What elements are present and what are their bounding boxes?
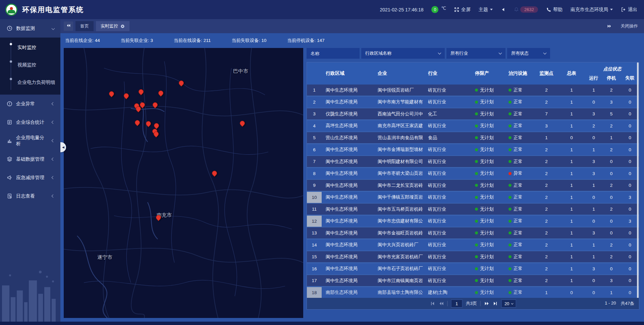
- cell-index: 17: [307, 275, 322, 286]
- table-row[interactable]: 14阆中生态环境局阆中大兴页岩机砖厂砖瓦行业无计划正常21120: [307, 239, 639, 251]
- cell-stop-limit: 无计划: [471, 204, 504, 215]
- table-row[interactable]: 2阆中生态环境局阆中市南方节能建材有砖瓦行业无计划正常21030: [307, 97, 639, 108]
- stop-limit-text: 无计划: [480, 266, 494, 272]
- table-row[interactable]: 10阆中生态环境局阆中千佛镇五郎垭页岩砖瓦行业无计划正常21003: [307, 192, 639, 203]
- table-row[interactable]: 6阆中生态环境局阆中市金博瑞新型墙材砖瓦行业无计划正常21120: [307, 144, 639, 155]
- status-dot-green-icon: [508, 136, 512, 139]
- help-button[interactable]: 帮助: [546, 7, 562, 13]
- tabs-scroll-right-button[interactable]: [604, 21, 614, 31]
- table-row[interactable]: 8阆中生态环境局阆中市枣碧大梁山页岩砖瓦行业无计划异常21300: [307, 168, 639, 179]
- col-industry: 行业: [424, 62, 471, 85]
- table-row[interactable]: 4高坪生态环境局南充市高坪区王家店建砖瓦行业无计划正常31220: [307, 120, 639, 131]
- divider: [480, 301, 481, 306]
- cell-region: 阆中生态环境局: [322, 180, 374, 191]
- prev-page-button[interactable]: [439, 301, 444, 306]
- logout-button[interactable]: 退出: [621, 7, 637, 13]
- table-row[interactable]: 1阆中生态环境局阆中强锐页岩砖厂砖瓦行业无计划正常21120: [307, 85, 639, 96]
- cell-region: 阆中生态环境局: [322, 239, 374, 251]
- sidebar-item-emergency[interactable]: 应急减排管理: [0, 168, 60, 187]
- tab-home[interactable]: 首页: [75, 21, 94, 31]
- mute-button[interactable]: [501, 7, 506, 12]
- table-scrollbar[interactable]: [637, 62, 639, 309]
- table-row[interactable]: 12阆中生态环境局阆中市忠信建材有限公砖瓦行业无计划正常21003: [307, 216, 639, 227]
- app-title: 环保用电监管系统: [22, 5, 84, 14]
- table-row[interactable]: 18南部生态环境局南部县瑞华土陶有限公建材|土陶无计划正常10010: [307, 287, 639, 298]
- close-operations-button[interactable]: 关闭操作: [621, 23, 638, 29]
- cell-stop-limit: 无计划: [471, 108, 504, 119]
- table-row[interactable]: 16阆中生态环境局阆中市石子页岩机砖厂砖瓦行业无计划正常21300: [307, 263, 639, 274]
- stat-value: 211: [204, 38, 211, 43]
- sidebar-subitem-label: 实时监控: [17, 45, 36, 51]
- megaphone-icon: [7, 175, 12, 180]
- col-company: 企业: [374, 62, 424, 85]
- facility-text: 正常: [514, 159, 523, 165]
- map-panel[interactable]: 巴中市南充市遂宁市: [64, 48, 303, 318]
- sidebar-item-logs[interactable]: 日志查看: [0, 187, 60, 205]
- cell-index: 3: [307, 108, 322, 119]
- table-row[interactable]: 17阆中生态环境局阆中市江南镇阆南页岩砖瓦行业无计划正常21030: [307, 275, 639, 286]
- fullscreen-button[interactable]: 全屏: [454, 7, 471, 13]
- theme-button[interactable]: 主题: [479, 7, 493, 13]
- cell-run: 1: [585, 180, 602, 191]
- chevron-left-icon: [52, 139, 55, 143]
- chevron-down-icon: [511, 302, 513, 304]
- next-page-button[interactable]: [484, 301, 489, 306]
- col-region: 行政区域: [322, 62, 374, 85]
- cell-region: 阆中生态环境局: [322, 192, 374, 203]
- cell-region: 阆中生态环境局: [322, 216, 374, 227]
- cell-company: 阆中明阳建材有限公司: [374, 156, 424, 167]
- sidebar-item-enterprise-abnormal[interactable]: 企业异常: [0, 95, 60, 113]
- page-size-select[interactable]: 20: [501, 300, 516, 308]
- sidebar-item-enterprise-stats[interactable]: 企业综合统计: [0, 113, 60, 131]
- tab-realtime-monitor[interactable]: 实时监控: [96, 21, 129, 31]
- log-icon: [7, 193, 12, 199]
- speaker-icon: [501, 7, 506, 12]
- cell-run: 2: [585, 120, 602, 131]
- stat-item: 当前在线企业:44: [65, 38, 100, 44]
- sidebar-item-data-monitor[interactable]: 数据监测: [0, 19, 60, 38]
- status-dot-green-icon: [508, 220, 512, 223]
- cell-lost: 0: [620, 227, 639, 238]
- cell-halt: 2: [602, 85, 620, 96]
- first-page-button[interactable]: [430, 301, 435, 306]
- cell-facility: 正常: [504, 251, 535, 262]
- cell-halt: 0: [602, 156, 620, 167]
- table-row[interactable]: 9阆中生态环境局阆中市二龙长宝页岩砖砖瓦行业无计划正常21120: [307, 180, 639, 191]
- table-row[interactable]: 7阆中生态环境局阆中明阳建材有限公司砖瓦行业无计划正常21300: [307, 156, 639, 167]
- org-menu[interactable]: 南充市生态环境局: [571, 7, 613, 13]
- cell-monitor: 3: [535, 120, 558, 131]
- cell-index: 18: [307, 287, 322, 298]
- region-filter-select[interactable]: 行政区域名称: [361, 48, 445, 59]
- close-tab-icon[interactable]: [120, 24, 125, 29]
- facility-text: 正常: [514, 194, 523, 200]
- last-page-button[interactable]: [493, 301, 498, 306]
- cell-halt: 2: [602, 180, 620, 191]
- notification-button[interactable]: 2632: [514, 6, 538, 13]
- cell-region: 阆中生态环境局: [322, 85, 374, 96]
- cell-halt: 5: [602, 108, 620, 119]
- status-dot-green-icon: [475, 291, 478, 294]
- table-row[interactable]: 11阆中生态环境局阆中市五马桥页岩机砖砖瓦行业无计划正常21120: [307, 204, 639, 215]
- cell-company: 南部县瑞华土陶有限公: [374, 287, 424, 298]
- sidebar-subitem[interactable]: 视频监控: [0, 56, 60, 74]
- cell-monitor: 2: [535, 192, 558, 203]
- sidebar-subitem[interactable]: 实时监控: [0, 39, 60, 56]
- status-dot-green-icon: [475, 101, 478, 104]
- cell-lost: 0: [620, 275, 639, 286]
- sidebar-subitem[interactable]: 企业电力负荷明细: [0, 74, 60, 91]
- bell-icon: [514, 7, 519, 12]
- table-row[interactable]: 3仪陇生态环境局西南油气田分公司川中化工无计划正常71350: [307, 108, 639, 119]
- sidebar-item-base-data[interactable]: 基础数据管理: [0, 150, 60, 168]
- name-filter-field[interactable]: [307, 48, 360, 59]
- tabs-scroll-left-button[interactable]: [64, 21, 73, 31]
- table-row[interactable]: 13阆中生态环境局阆中市金福旺页岩机砖砖瓦行业无计划正常21300: [307, 227, 639, 238]
- status-filter-select[interactable]: 所有状态: [507, 48, 550, 59]
- stat-label: 当前在线设备:: [174, 38, 202, 43]
- table-row[interactable]: 15阆中生态环境局阆中市光富页岩机砖厂砖瓦行业无计划正常21120: [307, 251, 639, 262]
- industry-filter-select[interactable]: 所有行业: [446, 48, 505, 59]
- sidebar-item-power-analysis[interactable]: 企业用电量分析: [0, 131, 60, 150]
- name-filter-input[interactable]: [311, 51, 356, 56]
- cell-stop-limit: 无计划: [471, 216, 504, 227]
- table-row[interactable]: 5营山生态环境局营山县润丰肉食品有限食品无计划正常10010: [307, 132, 639, 143]
- page-number-input[interactable]: 1: [451, 300, 463, 308]
